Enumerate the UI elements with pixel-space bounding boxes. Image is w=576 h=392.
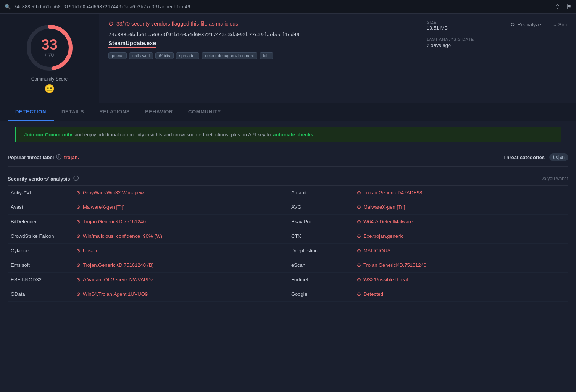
detect-label-right-2: W64.AIDetectMalware: [363, 219, 413, 224]
vendor-detect-right-3: ⊙ Exe.trojan.generic: [357, 233, 403, 239]
vendors-right-text: Do you want t: [541, 176, 568, 181]
threat-row: Popular threat label ⓘ trojan. Threat ca…: [8, 148, 568, 167]
community-banner: Join our Community and enjoy additional …: [15, 127, 561, 142]
vendor-cell-right-1: AVG ⊙ MalwareX-gen [Trj]: [288, 200, 568, 214]
vendor-name-left-2: BitDefender: [11, 219, 72, 224]
join-community-link[interactable]: Join our Community: [24, 132, 72, 137]
detect-label-left-0: GrayWare/Win32.Wacapew: [83, 190, 144, 195]
detect-icon-right-3: ⊙: [357, 233, 361, 239]
vendor-detect-left-0: ⊙ GrayWare/Win32.Wacapew: [76, 190, 144, 195]
vendor-row-0: Antiy-AVL ⊙ GrayWare/Win32.Wacapew Arcab…: [8, 186, 568, 200]
alert-banner: ⊙ 33/70 security vendors flagged this fi…: [108, 20, 408, 27]
topbar-hash: 74c888e6bdb61ca60e3f91b160a4d6087217443c…: [14, 4, 190, 10]
vendor-cell-left-7: GData ⊙ Win64.Trojan.Agent.1UVUO9: [8, 287, 288, 301]
tag-calls-wmi: calls-wmi: [129, 52, 153, 59]
vendor-cell-left-4: Cylance ⊙ Unsafe: [8, 244, 288, 258]
vendor-name-right-6: Fortinet: [291, 277, 352, 282]
tab-community[interactable]: COMMUNITY: [181, 103, 229, 121]
search-icon: 🔍: [5, 4, 11, 10]
threat-categories-label: Threat categories: [503, 155, 545, 160]
vendor-detect-right-1: ⊙ MalwareX-gen [Trj]: [357, 204, 405, 210]
detect-icon-right-2: ⊙: [357, 219, 361, 224]
header-actions: ↻ Reanalyze ≈ Sim: [501, 14, 576, 103]
detect-icon-left-5: ⊙: [76, 262, 81, 268]
score-text: 33 / 70: [41, 37, 57, 58]
detect-label-right-4: MALICIOUS: [363, 248, 391, 253]
tab-detection[interactable]: DETECTION: [8, 103, 54, 121]
similar-button[interactable]: ≈ Sim: [550, 20, 570, 29]
vendor-detect-left-4: ⊙ Unsafe: [76, 248, 98, 253]
vendor-detect-left-7: ⊙ Win64.Trojan.Agent.1UVUO9: [76, 291, 148, 297]
vendor-cell-left-1: Avast ⊙ MalwareX-gen [Trj]: [8, 200, 288, 214]
vendors-title: Security vendors' analysis ⓘ: [8, 175, 79, 182]
vendor-cell-left-0: Antiy-AVL ⊙ GrayWare/Win32.Wacapew: [8, 186, 288, 200]
tag-peexe: peexe: [108, 52, 127, 59]
share-icon[interactable]: ⇧: [555, 3, 560, 10]
score-emoji: 😐: [44, 84, 55, 94]
detect-icon-right-6: ⊙: [357, 277, 361, 282]
score-panel: 33 / 70 Community Score 😐: [0, 14, 99, 103]
vendor-row-6: ESET-NOD32 ⊙ A Variant Of Generik.NWVAPD…: [8, 273, 568, 287]
size-value: 13.51 MB: [426, 25, 492, 31]
vendors-list: Antiy-AVL ⊙ GrayWare/Win32.Wacapew Arcab…: [8, 186, 568, 302]
detect-icon-left-1: ⊙: [76, 204, 81, 210]
topbar-actions: ⇧ ⚑: [555, 3, 571, 10]
vendor-cell-right-5: eScan ⊙ Trojan.GenericKD.75161240: [288, 258, 568, 272]
tabs-bar: DETECTIONDETAILSRELATIONSBEHAVIORCOMMUNI…: [0, 103, 576, 121]
alert-icon: ⊙: [108, 20, 113, 27]
threat-label-text: Popular threat label: [8, 155, 54, 160]
reanalyze-button[interactable]: ↻ Reanalyze: [507, 20, 544, 29]
community-banner-text: and enjoy additional community insights …: [74, 132, 271, 137]
vendor-row-4: Cylance ⊙ Unsafe DeepInstinct ⊙ MALICIOU…: [8, 244, 568, 258]
detect-label-left-1: MalwareX-gen [Trj]: [83, 204, 124, 210]
threat-category-badge: trojan: [549, 153, 568, 161]
vendor-cell-right-6: Fortinet ⊙ W32/PossibleThreat: [288, 273, 568, 287]
vendor-detect-right-5: ⊙ Trojan.GenericKD.75161240: [357, 262, 426, 268]
similar-label: Sim: [558, 22, 567, 27]
tag-detect-debug-environment: detect-debug-environment: [202, 52, 257, 59]
reanalyze-label: Reanalyze: [517, 22, 541, 27]
threat-label-title: Popular threat label ⓘ trojan.: [8, 154, 122, 161]
last-analysis-label: Last Analysis Date: [426, 37, 492, 42]
vendors-section: Security vendors' analysis ⓘ Do you want…: [8, 171, 568, 302]
detect-icon-left-6: ⊙: [76, 277, 81, 282]
vendor-detect-left-1: ⊙ MalwareX-gen [Trj]: [76, 204, 124, 210]
vendor-detect-left-5: ⊙ Trojan.GenericKD.75161240 (B): [76, 262, 154, 268]
score-number: 33: [41, 37, 57, 52]
vendor-detect-right-7: ⊙ Detected: [357, 291, 383, 297]
detect-icon-left-4: ⊙: [76, 248, 81, 253]
tab-details[interactable]: DETAILS: [54, 103, 92, 121]
vendor-cell-right-2: Bkav Pro ⊙ W64.AIDetectMalware: [288, 215, 568, 229]
detect-icon-right-4: ⊙: [357, 248, 361, 253]
vendor-name-right-0: Arcabit: [291, 190, 352, 195]
vendor-name-right-2: Bkav Pro: [291, 219, 352, 224]
alert-text: 33/70 security vendors flagged this file…: [116, 21, 238, 27]
vendor-cell-left-2: BitDefender ⊙ Trojan.GenericKD.75161240: [8, 215, 288, 229]
file-info: ⊙ 33/70 security vendors flagged this fi…: [99, 14, 417, 103]
vendor-name-right-1: AVG: [291, 204, 352, 210]
meta-size: Size 13.51 MB: [426, 20, 492, 31]
threat-info-icon[interactable]: ⓘ: [56, 154, 61, 161]
vendor-name-left-6: ESET-NOD32: [11, 277, 72, 282]
tab-behavior[interactable]: BEHAVIOR: [137, 103, 181, 121]
size-label: Size: [426, 20, 492, 24]
detect-icon-right-1: ⊙: [357, 204, 361, 210]
automate-checks-link[interactable]: automate checks.: [273, 132, 315, 137]
detect-label-left-6: A Variant Of Generik.NWVAPDZ: [83, 277, 154, 282]
detect-label-left-5: Trojan.GenericKD.75161240 (B): [83, 262, 154, 268]
meta-last-analysis: Last Analysis Date 2 days ago: [426, 37, 492, 48]
vendors-info-icon[interactable]: ⓘ: [73, 175, 79, 182]
tags-row: peexecalls-wmi64bitsspreaderdetect-debug…: [108, 52, 408, 59]
score-divider: / 70: [41, 52, 57, 58]
vendor-name-left-0: Antiy-AVL: [11, 190, 72, 195]
vendor-name-right-4: DeepInstinct: [291, 248, 352, 253]
vendor-row-2: BitDefender ⊙ Trojan.GenericKD.75161240 …: [8, 215, 568, 229]
vendor-name-left-1: Avast: [11, 204, 72, 210]
vendor-cell-left-5: Emsisoft ⊙ Trojan.GenericKD.75161240 (B): [8, 258, 288, 272]
detect-icon-left-3: ⊙: [76, 233, 81, 239]
flag-icon[interactable]: ⚑: [566, 3, 571, 10]
vendor-name-right-5: eScan: [291, 262, 352, 268]
tag-64bits: 64bits: [155, 52, 173, 59]
tab-relations[interactable]: RELATIONS: [92, 103, 137, 121]
vendor-row-1: Avast ⊙ MalwareX-gen [Trj] AVG ⊙ Malware…: [8, 200, 568, 215]
